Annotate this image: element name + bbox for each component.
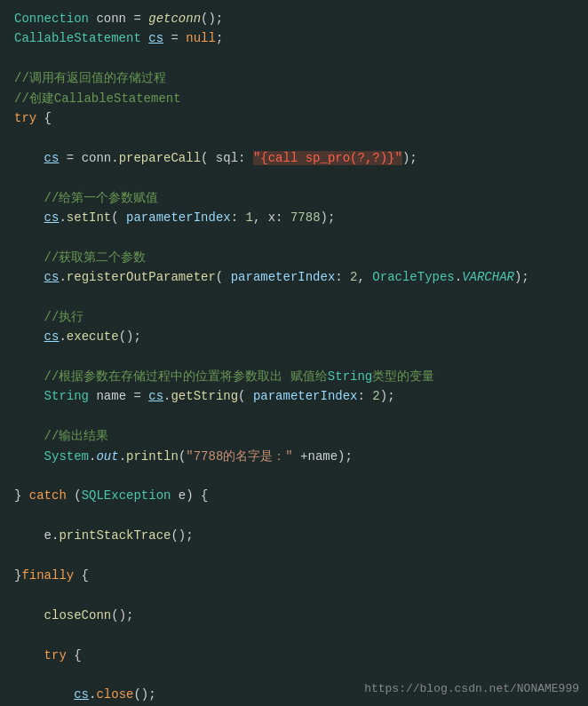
code-line-18 [0, 347, 588, 367]
code-line-30 [0, 585, 588, 605]
code-line-33: try { [0, 646, 588, 665]
code-line-23: System.out.println("7788的名字是：" +name); [0, 447, 588, 466]
code-line-2: CallableStatement cs = null; [0, 28, 588, 48]
url-bar: https://blog.csdn.net/NONAME999 [364, 680, 579, 699]
code-line-1: Connection conn = getconn(); [0, 9, 588, 28]
code-line-19: //根据参数在存储过程中的位置将参数取出 赋值给String类型的变量 [0, 367, 588, 386]
code-line-22: //输出结果 [0, 426, 588, 446]
code-line-6: try { [0, 108, 588, 128]
code-line-24 [0, 466, 588, 486]
code-line-20: String name = cs.getString( parameterInd… [0, 386, 588, 406]
code-line-32 [0, 625, 588, 645]
code-line-5: //创建CallableStatement [0, 89, 588, 108]
code-line-31: closeConn(); [0, 606, 588, 625]
code-line-25: } catch (SQLException e) { [0, 486, 588, 505]
code-line-17: cs.execute(); [0, 327, 588, 346]
code-line-7 [0, 128, 588, 147]
code-line-26 [0, 506, 588, 526]
code-line-16: //执行 [0, 307, 588, 327]
code-line-11: cs.setInt( parameterIndex: 1, x: 7788); [0, 208, 588, 227]
code-line-28 [0, 546, 588, 566]
code-line-14: cs.registerOutParameter( parameterIndex:… [0, 267, 588, 287]
code-line-4: //调用有返回值的存储过程 [0, 68, 588, 88]
code-editor: Connection conn = getconn(); CallableSta… [0, 0, 588, 706]
code-line-12 [0, 227, 588, 247]
code-line-21 [0, 407, 588, 426]
code-line-3 [0, 49, 588, 68]
code-line-27: e.printStackTrace(); [0, 526, 588, 545]
code-line-10: //给第一个参数赋值 [0, 188, 588, 208]
code-line-8: cs = conn.prepareCall( sql: "{call sp_pr… [0, 148, 588, 168]
code-line-29: }finally { [0, 566, 588, 585]
code-line-13: //获取第二个参数 [0, 248, 588, 267]
code-line-15 [0, 287, 588, 306]
code-line-9 [0, 168, 588, 187]
